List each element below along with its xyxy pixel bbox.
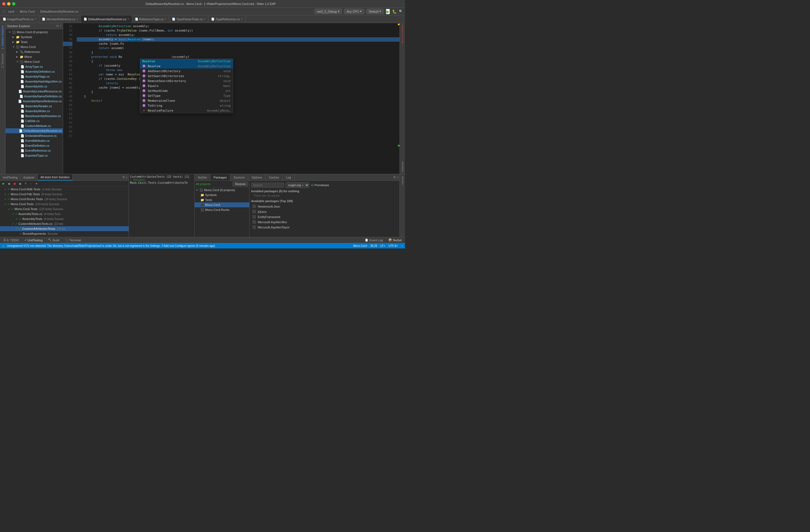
platform-dropdown[interactable]: Any CPU ▾ (344, 9, 364, 14)
nuget-settings-icon[interactable]: ⚙ (393, 176, 396, 179)
nuget-search-input[interactable] (251, 183, 284, 188)
restore-button[interactable]: Restore (232, 181, 248, 187)
tab-unittesting[interactable]: UnitTesting (0, 174, 20, 180)
pkg-aspnet-razor[interactable]: ⬛ Microsoft.AspNet.Razor (251, 225, 398, 230)
tree-item-arraytype[interactable]: 📄ArrayType.cs (5, 64, 63, 69)
search-button[interactable]: 🔍 (399, 10, 403, 13)
nuget-button[interactable]: 📦 NuGet (387, 238, 403, 242)
autocomplete-item-tostring[interactable]: M ToString string (140, 103, 233, 108)
test-item-assemblytests-file[interactable]: ✓ ✓ AssemblyTests.cs (4 tests) Succ (0, 211, 129, 216)
tab-close-icon5[interactable]: × (204, 18, 205, 20)
tree-item-assemblywriter[interactable]: 📄AssemblyWriter.cs (5, 109, 63, 114)
up-btn[interactable]: ↑ (29, 181, 33, 186)
tree-item-references[interactable]: ▶ 📎 References (5, 49, 63, 54)
gear-icon[interactable]: ⚙ (56, 25, 59, 28)
tree-item-assemblynamereference[interactable]: 📄AssemblyNameReference.cs (5, 99, 63, 104)
nuget-tree-monocecil[interactable]: ▼ ⬛ Mono.Cecil (8 projects) (195, 188, 249, 193)
tab-close-icon2[interactable]: × (77, 18, 78, 20)
tab-memberreference[interactable]: 📄 MemberReference.cs × (39, 15, 81, 23)
todo-button[interactable]: ☰ 6: TODO (2, 238, 20, 242)
autocomplete-item-resolve[interactable]: M Resolve AssemblyDefinition (140, 64, 233, 68)
tree-item-baseassemblyresolver[interactable]: 📄BaseAssemblyResolver.cs (5, 114, 63, 118)
autocomplete-item-gettype[interactable]: M GetType Type (140, 93, 233, 98)
tab-explorer[interactable]: Explorer (20, 174, 37, 180)
debug-button[interactable]: 🐛 (392, 9, 397, 14)
tree-item-monocecil-project[interactable]: ▼ ⬛ Mono.Cecil (5, 45, 63, 49)
tab-caches[interactable]: Caches (265, 174, 282, 180)
terminal-button[interactable]: ⬛ Terminal (64, 238, 82, 242)
tree-item-assemblyreader[interactable]: 📄AssemblyReader.cs (5, 104, 63, 109)
autocomplete-item-getsearch[interactable]: M GetSearchDirectories string… (140, 74, 233, 78)
pkg-entityframework[interactable]: ⬛ EntityFramework (251, 214, 398, 220)
tree-item-exportedtype[interactable]: 📄ExportedType.cs (5, 153, 63, 158)
tab-packages[interactable]: Packages (210, 174, 230, 180)
nuget-tree-rocks[interactable]: ⬛ Mono.Cecil.Rocks (195, 207, 249, 212)
close-icon[interactable]: × (60, 25, 61, 28)
config2-dropdown[interactable]: Default ▾ (366, 9, 384, 14)
tab-typereference[interactable]: 📄 TypeReference.cs × (208, 15, 246, 23)
build-button[interactable]: 🔨 Build (47, 238, 60, 242)
tree-item-mono-cecil-root[interactable]: ▼ ⬛ Mono.Cecil (8 projects) (5, 30, 63, 35)
errors-label[interactable]: Errors in solution (401, 23, 404, 45)
tab-close-icon3[interactable]: × (128, 18, 129, 20)
test-item-assemblytests-class[interactable]: ✓ ✓ AssemblyTests (4 tests) Succes (0, 216, 129, 221)
tree-item-mono-folder[interactable]: ▶ 📁 Mono (5, 54, 63, 59)
tree-item-eventdefinition[interactable]: 📄EventDefinition.cs (5, 143, 63, 148)
autocomplete-item-equals[interactable]: M Equals bool (140, 83, 233, 88)
settings-icon[interactable]: ⚙ (122, 176, 125, 179)
database-label[interactable]: Database (401, 160, 404, 174)
record2-button[interactable]: ⏺ (18, 181, 22, 186)
code-content[interactable]: AssemblyDefinition assembly; if (cache.T… (75, 23, 405, 174)
tree-item-embeddedresource[interactable]: 📄EmbeddedResource.cs (5, 133, 63, 138)
pkg-newtonsoft[interactable]: ⬛ Newtonsoft.Json (251, 204, 398, 209)
tree-item-assemblylinkedresource[interactable]: 📄AssemblyLinkedResource.cs (5, 89, 63, 94)
stop-button[interactable]: ◼ (12, 181, 17, 186)
event-log-button[interactable]: 📋 Event Log (363, 238, 384, 242)
tree-item-defaultassemblyresolver[interactable]: 📄DefaultAssemblyResolver.cs (5, 128, 63, 133)
tab-log[interactable]: Log (283, 174, 294, 180)
test-item-customattribs-file[interactable]: ✓ ✓ CustomAttributesTests.cs (22 test (0, 221, 129, 226)
tree-item-assemblyinfo[interactable]: 📄AssemblyInfo.cs (5, 84, 63, 89)
internal-label[interactable]: Internal (401, 174, 404, 187)
run-button[interactable]: ▶ (386, 9, 390, 14)
tab-close-icon6[interactable]: × (241, 18, 243, 20)
autocomplete-item-memberwiseclone[interactable]: M MemberwiseClone object (140, 98, 233, 103)
minimize-button[interactable] (7, 2, 11, 5)
tab-imagereadtests[interactable]: 📄 ImageReadTests.cs × (0, 15, 39, 23)
tab-referencetype[interactable]: 📄 ReferenceType.cs × (132, 15, 169, 23)
test-item-boxedarrays[interactable]: ✓ BoxedArraysArguments Succ (0, 236, 129, 237)
tab-all-tests[interactable]: All tests from Solution (37, 174, 72, 180)
tree-item-monocecil-folder[interactable]: ▼ ⬛ Mono.Cecil (5, 59, 63, 64)
autocomplete-item-gethashcode[interactable]: M GetHashCode int (140, 88, 233, 93)
nuget-tree-symbols[interactable]: 📁 Symbols (195, 193, 249, 197)
nuget-source-dropdown[interactable]: nuget.org ÷ (286, 182, 309, 188)
pkg-jquery[interactable]: ⬛ jQuery (251, 209, 398, 214)
test-item-customattribs-class[interactable]: ✓ ✓ CustomAttributesTests (22 tes (0, 226, 129, 231)
tab-options[interactable]: Options (248, 174, 265, 180)
config-dropdown[interactable]: net3_5_Debug ▾ (314, 9, 342, 14)
tab-sources[interactable]: Sources (230, 174, 248, 180)
tab-defaultassemblyresolver[interactable]: 📄 DefaultAssemblyResolver.cs × (81, 15, 132, 23)
tab-close-icon[interactable]: × (35, 18, 36, 20)
test-item-rocks[interactable]: ✓ ✓ Mono.Cecil.Rocks.Tests (18 tests) Su… (0, 197, 129, 201)
tree-item-eventreference[interactable]: 📄EventReference.cs (5, 148, 63, 153)
tree-item-customattribute[interactable]: 📄CustomAttribute.cs (5, 124, 63, 128)
tree-item-assemblyhashalgorithm[interactable]: 📄AssemblyHashAlgorithm.cs (5, 79, 63, 84)
tree-item-assemblydefinition[interactable]: 📄AssemblyDefinition.cs (5, 69, 63, 74)
test-item-tests-child[interactable]: ✓ ✓ Mono.Cecil.Tests (215 tests) Success (0, 207, 129, 211)
test-item-mdb[interactable]: ✓ ✓ Mono.Cecil.Mdb.Tests (1 test) Succes… (0, 187, 129, 192)
tree-item-eventattributes[interactable]: 📄EventAttributes.cs (5, 138, 63, 143)
nuget-tree-tests[interactable]: 📁 Tests (195, 197, 249, 203)
close-button[interactable] (2, 2, 5, 5)
close-btn[interactable]: ✕ (23, 181, 28, 186)
test-item-boxedargs[interactable]: ✓ BoxedArguments Success (0, 231, 129, 236)
sidebar-structure[interactable]: Z. Structure (1, 51, 5, 70)
tab-nuget[interactable]: NuGet (195, 174, 210, 180)
nuget-close-icon[interactable]: × (397, 176, 399, 179)
tree-item-assemblyflags[interactable]: 📄AssemblyFlags.cs (5, 74, 63, 79)
tab-typeparsertests[interactable]: 📄 TypeParserTests.cs × (169, 15, 208, 23)
tree-item-assemblynamedefinition[interactable]: 📄AssemblyNameDefinition.cs (5, 94, 63, 99)
tree-item-tests[interactable]: ▶ 📁 Tests (5, 39, 63, 45)
test-item-pdb[interactable]: ✓ ✓ Mono.Cecil.Pdb.Tests (5 tests) Succe… (0, 192, 129, 197)
sidebar-solution-explorer[interactable]: 1. Solution Explorer (1, 23, 5, 51)
